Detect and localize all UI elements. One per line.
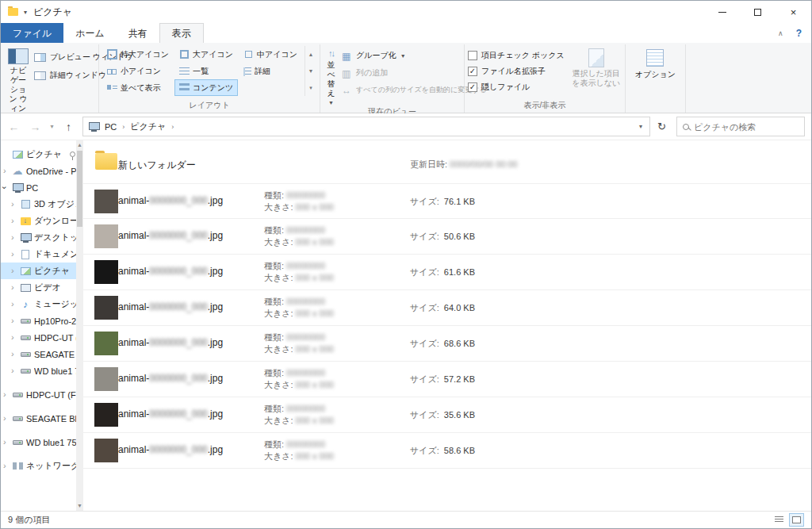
file-item-5[interactable]: animal-0000000_000.jpg 種類:00000000 大きさ:0…: [83, 326, 811, 362]
file-item-4[interactable]: animal-0000000_000.jpg 種類:00000000 大きさ:0…: [83, 290, 811, 326]
chevron-right-icon[interactable]: [3, 438, 11, 447]
scroll-up-icon[interactable]: ▲: [76, 140, 83, 150]
gallery-scroll-up-button[interactable]: ▲: [305, 46, 316, 63]
sidebar-item-music[interactable]: ミュージック: [1, 296, 83, 312]
status-large-icons-view-button[interactable]: [789, 513, 804, 527]
network-icon: [13, 462, 23, 470]
chevron-right-icon[interactable]: [11, 233, 19, 242]
search-input[interactable]: [694, 122, 799, 132]
sidebar-item-drive-seagate-root[interactable]: SEAGATE Black 1t: [1, 410, 83, 427]
file-item-7[interactable]: animal-0000000_000.jpg 種類:00000000 大きさ:0…: [83, 397, 811, 433]
ribbon-collapse-icon[interactable]: ∧: [778, 29, 783, 37]
checkbox-file-name-extensions[interactable]: ✓ ファイル名拡張子: [468, 66, 565, 77]
layout-medium-icons[interactable]: 中アイコン: [239, 46, 302, 63]
gallery-expand-button[interactable]: ▾: [305, 79, 316, 96]
layout-large-icons[interactable]: 大アイコン: [174, 46, 238, 63]
sidebar-item-pictures[interactable]: ピクチャ: [1, 263, 83, 279]
hide-selected-items-button[interactable]: 選択した項目を表示しない: [571, 46, 622, 88]
sidebar-item-network[interactable]: ネットワーク: [1, 458, 83, 474]
chevron-right-icon[interactable]: ›: [122, 123, 124, 131]
file-item-8[interactable]: animal-0000000_000.jpg 種類:00000000 大きさ:0…: [83, 433, 811, 469]
layout-small-icons[interactable]: 小アイコン: [102, 63, 174, 79]
sidebar-item-drive-wd[interactable]: WD blue1 750gb: [1, 362, 83, 379]
chevron-right-icon[interactable]: [3, 414, 11, 423]
layout-content[interactable]: コンテンツ: [174, 79, 238, 96]
scroll-down-icon[interactable]: ▼: [76, 501, 83, 511]
chevron-right-icon[interactable]: [11, 350, 19, 358]
checkbox-label: 項目チェック ボックス: [481, 50, 565, 61]
address-dropdown-chevron-icon[interactable]: ▾: [634, 123, 648, 130]
close-button[interactable]: ×: [776, 1, 811, 23]
sidebar-item-documents[interactable]: ドキュメント: [1, 246, 83, 263]
file-item-1[interactable]: animal-0000000_000.jpg 種類:00000000 大きさ:0…: [83, 183, 811, 219]
chevron-right-icon[interactable]: [11, 217, 19, 225]
file-item-2[interactable]: animal-0000000_000.jpg 種類:00000000 大きさ:0…: [83, 219, 811, 255]
chevron-right-icon[interactable]: [3, 462, 11, 470]
breadcrumb-item-pictures[interactable]: ピクチャ: [130, 121, 166, 132]
chevron-right-icon[interactable]: [11, 250, 19, 259]
ribbon: ナビゲーション ウィンドウ ▼ プレビュー ウィンドウ 詳細ウィンドウ ペイン: [1, 42, 811, 113]
layout-details[interactable]: 詳細: [239, 63, 302, 79]
recent-locations-chevron-icon[interactable]: ▾: [47, 117, 57, 136]
chevron-right-icon[interactable]: [11, 316, 19, 325]
chevron-down-icon[interactable]: [3, 183, 11, 192]
chevron-right-icon[interactable]: [11, 300, 19, 309]
scrollbar-thumb[interactable]: [77, 151, 82, 227]
file-thumbnail: [94, 260, 118, 284]
ribbon-tab-share[interactable]: 共有: [117, 23, 159, 43]
chevron-right-icon[interactable]: [11, 333, 19, 342]
layout-extra-large-icons[interactable]: 特大アイコン: [102, 46, 174, 63]
checkbox-item-check-boxes[interactable]: 項目チェック ボックス: [468, 50, 565, 61]
thumbnails-view-icon: [792, 516, 801, 523]
gallery-scroll-down-button[interactable]: ▼: [305, 63, 316, 79]
sidebar-item-videos[interactable]: ビデオ: [1, 279, 83, 296]
chevron-right-icon[interactable]: [11, 266, 19, 275]
content-view-icon: [179, 83, 190, 93]
up-button[interactable]: ↑: [59, 117, 79, 136]
sidebar-item-drive-f-root[interactable]: HDPC-UT (F:): [1, 386, 83, 403]
group-label-show-hide: 表示/非表示: [468, 100, 622, 113]
forward-button[interactable]: →: [25, 117, 45, 136]
refresh-icon[interactable]: ↻: [652, 117, 672, 136]
chevron-right-icon[interactable]: ›: [171, 123, 174, 131]
minimize-button[interactable]: [704, 1, 740, 23]
drive-icon: [21, 369, 31, 374]
ribbon-tab-file[interactable]: ファイル: [1, 23, 63, 43]
chevron-right-icon[interactable]: [11, 283, 19, 292]
quick-access-toolbar-chevron-icon[interactable]: ▾: [24, 9, 27, 16]
folder-item[interactable]: 新しいフォルダー 更新日時:0000/00/00 00:00: [83, 148, 811, 183]
file-item-3[interactable]: animal-0000000_000.jpg 種類:00000000 大きさ:0…: [83, 255, 811, 290]
breadcrumb-item-pc[interactable]: PC: [105, 122, 117, 132]
layout-tiles[interactable]: 並べて表示: [102, 79, 174, 96]
ribbon-tab-home[interactable]: ホーム: [63, 23, 117, 43]
sidebar-item-drive-f[interactable]: HDPC-UT (F:): [1, 329, 83, 346]
status-details-view-button[interactable]: [772, 513, 787, 527]
sidebar-item-drive-seagate[interactable]: SEAGATE Black 1t: [1, 346, 83, 362]
options-button[interactable]: オプション: [629, 46, 682, 80]
app-folder-icon[interactable]: [8, 8, 18, 16]
sidebar-item-pictures-quick[interactable]: ピクチャ: [1, 146, 83, 163]
help-icon[interactable]: ?: [796, 28, 802, 39]
back-button[interactable]: ←: [4, 117, 24, 136]
sidebar-item-3d-objects[interactable]: 3D オブジェクト: [1, 196, 83, 213]
layout-list[interactable]: 一覧: [174, 63, 238, 79]
sidebar-item-desktop[interactable]: デスクトップ: [1, 229, 83, 246]
sidebar-item-downloads[interactable]: ダウンロード: [1, 213, 83, 229]
maximize-button[interactable]: [740, 1, 776, 23]
checkbox-hidden-items[interactable]: ✓ 隠しファイル: [468, 82, 565, 93]
sidebar-item-drive-wd-root[interactable]: WD blue1 750gb: [1, 434, 83, 450]
sidebar-scrollbar[interactable]: ▲ ▼: [76, 140, 83, 511]
chevron-right-icon[interactable]: [3, 167, 11, 175]
sidebar-item-onedrive[interactable]: OneDrive - Person: [1, 163, 83, 179]
sidebar-item-drive-c[interactable]: Hp10Pro-21h1-j: [1, 312, 83, 329]
search-box[interactable]: [676, 117, 805, 136]
breadcrumb[interactable]: PC › ピクチャ › ▾: [82, 117, 650, 136]
chevron-right-icon[interactable]: [11, 200, 19, 209]
chevron-right-icon[interactable]: [11, 366, 19, 375]
sort-by-button[interactable]: 並べ替え ▼: [324, 46, 339, 106]
sidebar-item-pc[interactable]: PC: [1, 179, 83, 196]
ribbon-tab-view[interactable]: 表示: [159, 23, 204, 43]
file-name: animal-0000000_000.jpg: [118, 337, 223, 348]
file-item-6[interactable]: animal-0000000_000.jpg 種類:00000000 大きさ:0…: [83, 362, 811, 397]
chevron-right-icon[interactable]: [3, 390, 11, 399]
